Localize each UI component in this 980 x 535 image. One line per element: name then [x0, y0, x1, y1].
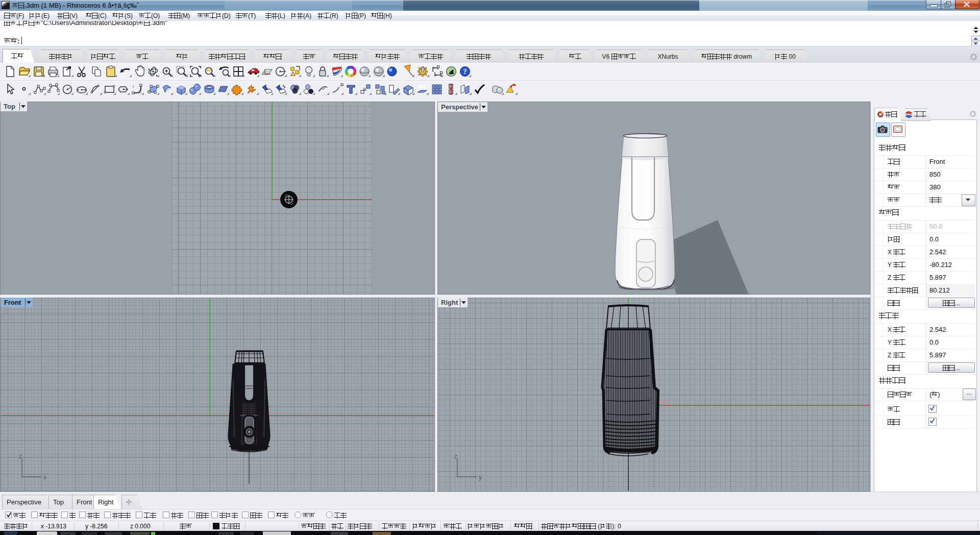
svg-text:x: x	[43, 474, 46, 481]
svg-text:?: ?	[463, 68, 467, 76]
svg-text:z: z	[19, 453, 22, 460]
svg-text:z: z	[454, 453, 457, 460]
svg-text:6: 6	[7, 2, 9, 6]
svg-text:y: y	[479, 474, 482, 481]
